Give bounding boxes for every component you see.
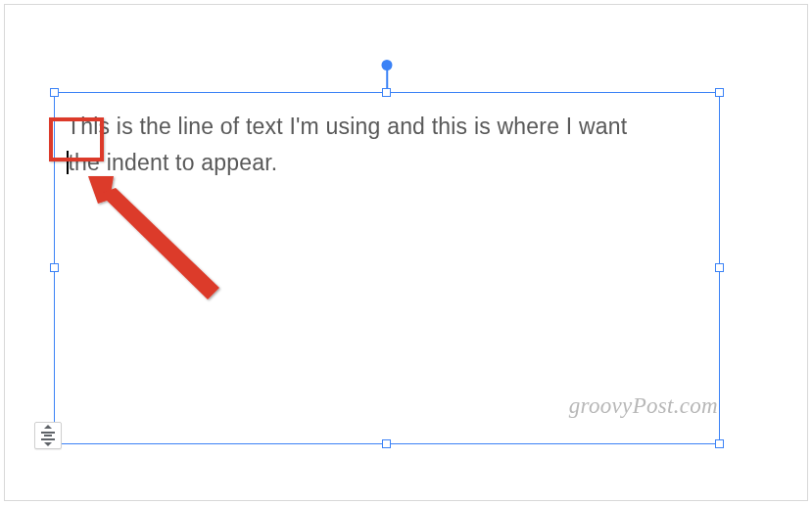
align-bar-icon xyxy=(41,438,55,440)
arrow-down-icon xyxy=(44,442,52,446)
resize-handle-bottom-right[interactable] xyxy=(715,439,724,448)
watermark-text: groovyPost.com xyxy=(569,393,718,419)
arrow-up-icon xyxy=(44,425,52,429)
resize-handle-middle-left[interactable] xyxy=(50,263,59,272)
align-bar-icon xyxy=(44,435,52,436)
text-box-content[interactable]: This is the line of text I'm using and t… xyxy=(67,109,707,181)
rotation-handle[interactable] xyxy=(382,60,393,70)
text-box[interactable]: This is the line of text I'm using and t… xyxy=(54,92,720,444)
resize-handle-middle-right[interactable] xyxy=(715,263,724,272)
annotation-highlight-box xyxy=(49,117,104,161)
text-line-1: This is the line of text I'm using and t… xyxy=(67,114,627,139)
resize-handle-bottom-middle[interactable] xyxy=(382,439,391,448)
resize-handle-top-right[interactable] xyxy=(715,88,724,97)
align-bar-icon xyxy=(41,432,55,434)
vertical-align-button[interactable] xyxy=(34,422,62,449)
resize-handle-top-middle[interactable] xyxy=(382,88,391,97)
resize-handle-top-left[interactable] xyxy=(50,88,59,97)
